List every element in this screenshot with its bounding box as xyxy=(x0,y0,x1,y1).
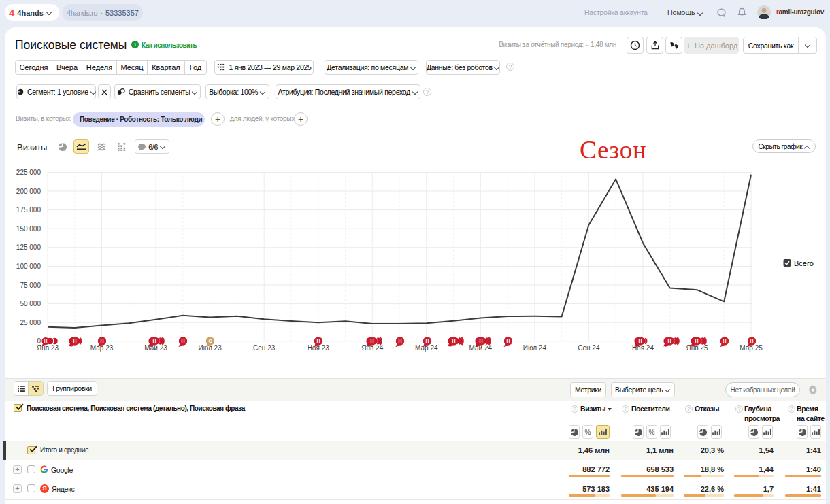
svg-text:Н: Н xyxy=(723,339,726,343)
svg-text:25 000: 25 000 xyxy=(20,319,41,326)
svg-text:Н: Н xyxy=(452,339,455,343)
svg-text:Н: Н xyxy=(100,339,103,343)
svg-text:Сен 24: Сен 24 xyxy=(578,344,600,352)
svg-text:125 000: 125 000 xyxy=(16,243,42,251)
svg-text:Н: Н xyxy=(425,339,429,343)
svg-text:50 000: 50 000 xyxy=(20,300,41,307)
svg-text:Н: Н xyxy=(316,339,320,343)
svg-text:Июл 24: Июл 24 xyxy=(523,344,547,352)
svg-text:Н: Н xyxy=(398,339,401,343)
svg-text:Н: Н xyxy=(506,339,510,343)
svg-text:Н: Н xyxy=(667,339,671,343)
svg-text:225 000: 225 000 xyxy=(16,169,42,176)
svg-text:С: С xyxy=(208,339,212,343)
svg-text:150 000: 150 000 xyxy=(16,225,42,233)
svg-text:Н: Н xyxy=(479,339,482,343)
svg-text:Н: Н xyxy=(370,339,374,343)
svg-text:Н: Н xyxy=(152,339,156,343)
svg-text:175 000: 175 000 xyxy=(16,206,42,214)
svg-text:Н: Н xyxy=(44,339,48,343)
svg-text:Н: Н xyxy=(638,339,642,343)
svg-text:75 000: 75 000 xyxy=(20,282,41,289)
svg-text:Н: Н xyxy=(181,339,184,343)
svg-text:Н: Н xyxy=(750,339,753,343)
svg-text:Н: Н xyxy=(73,339,76,343)
svg-text:Всего: Всего xyxy=(794,259,814,267)
svg-text:200 000: 200 000 xyxy=(16,188,42,195)
svg-text:100 000: 100 000 xyxy=(16,263,42,270)
svg-text:Н: Н xyxy=(695,339,698,343)
svg-text:Сен 23: Сен 23 xyxy=(253,344,276,352)
